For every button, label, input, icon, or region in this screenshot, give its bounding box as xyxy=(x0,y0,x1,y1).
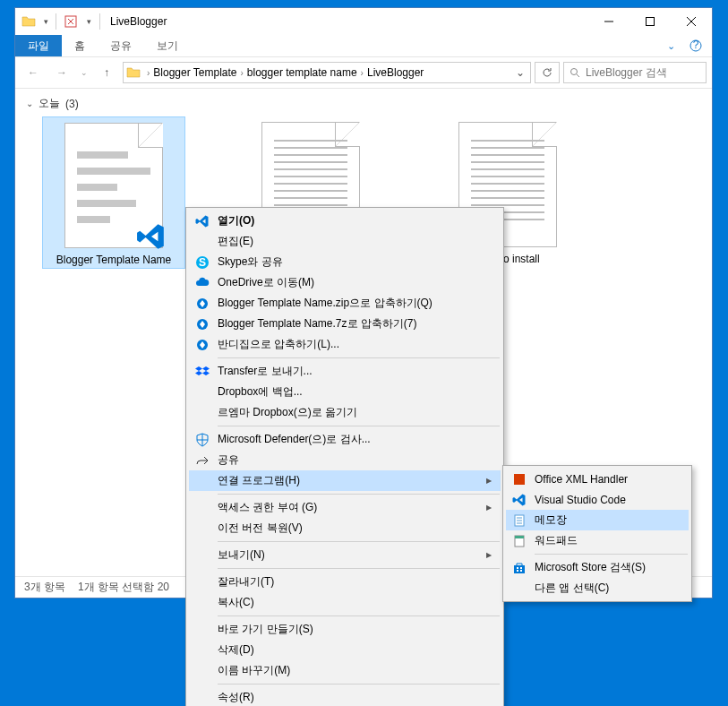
menu-item-label: Dropbox에 백업... xyxy=(218,384,303,400)
menu-item-label: Blogger Template Name.7z로 압축하기(7) xyxy=(218,316,417,331)
menu-item[interactable]: SSkype와 공유 xyxy=(189,252,501,272)
menu-item[interactable]: 액세스 권한 부여 (G)▶ xyxy=(189,497,501,518)
chevron-down-icon[interactable]: ⌄ xyxy=(26,99,33,108)
address-dropdown-icon[interactable]: ⌄ xyxy=(512,66,528,79)
menu-separator xyxy=(218,541,500,542)
forward-button[interactable]: → xyxy=(49,62,74,83)
menu-item-label: 속성(R) xyxy=(218,690,254,705)
menu-item[interactable]: Dropbox에 백업... xyxy=(189,382,501,402)
address-bar[interactable]: › Blogger Template › blogger template na… xyxy=(123,62,531,83)
menu-separator xyxy=(218,616,500,616)
svg-rect-10 xyxy=(514,474,525,485)
chevron-right-icon[interactable]: › xyxy=(145,68,151,78)
menu-item-label: 르엠마 Dropbox(으)로 옮기기 xyxy=(218,405,357,420)
menu-item-label: 연결 프로그램(H) xyxy=(218,473,300,488)
menu-item-label: 복사(C) xyxy=(218,595,254,610)
menu-item[interactable]: 다른 앱 선택(C) xyxy=(506,578,689,598)
chevron-right-icon[interactable]: › xyxy=(359,68,365,78)
properties-icon[interactable] xyxy=(61,12,81,31)
group-label: 오늘 xyxy=(39,96,60,111)
menu-item[interactable]: Visual Studio Code xyxy=(506,489,689,510)
up-button[interactable]: ↑ xyxy=(94,62,119,83)
tab-share[interactable]: 공유 xyxy=(98,35,144,56)
menu-item[interactable]: Microsoft Defender(으)로 검사... xyxy=(189,429,501,450)
chevron-right-icon: ▶ xyxy=(486,551,492,559)
qat-dropdown-icon[interactable]: ▾ xyxy=(82,12,95,31)
breadcrumb[interactable]: blogger template name xyxy=(245,66,359,79)
refresh-button[interactable] xyxy=(535,62,560,83)
window-title: LiveBlogger xyxy=(110,15,167,28)
breadcrumb[interactable]: LiveBlogger xyxy=(365,66,425,79)
back-button[interactable]: ← xyxy=(21,62,46,83)
minimize-button[interactable] xyxy=(588,8,630,35)
close-button[interactable] xyxy=(671,8,712,35)
search-icon xyxy=(570,67,580,78)
menu-separator xyxy=(218,426,500,426)
bandi-icon xyxy=(194,296,210,312)
file-icon xyxy=(64,123,163,248)
menu-item[interactable]: 르엠마 Dropbox(으)로 옮기기 xyxy=(189,402,501,423)
qat-dropdown-icon[interactable]: ▾ xyxy=(40,12,51,31)
skype-icon: S xyxy=(194,254,210,271)
chevron-right-icon[interactable]: › xyxy=(239,68,245,78)
menu-separator xyxy=(535,554,688,555)
tab-file[interactable]: 파일 xyxy=(15,35,62,56)
menu-item[interactable]: 잘라내기(T) xyxy=(189,572,501,592)
menu-item[interactable]: 열기(O) xyxy=(189,211,501,231)
vscode-icon xyxy=(511,492,527,508)
menu-item[interactable]: 속성(R) xyxy=(189,687,501,706)
menu-item[interactable]: 복사(C) xyxy=(189,592,501,613)
titlebar: ▾ ▾ LiveBlogger xyxy=(15,8,712,35)
menu-item[interactable]: 바로 가기 만들기(S) xyxy=(189,619,501,640)
menu-item[interactable]: 워드패드 xyxy=(506,530,689,551)
menu-item-label: Office XML Handler xyxy=(535,473,628,486)
search-placeholder: LiveBlogger 검색 xyxy=(586,65,667,81)
menu-item[interactable]: 이름 바꾸기(M) xyxy=(189,660,501,681)
menu-item[interactable]: Office XML Handler xyxy=(506,469,689,489)
menu-item[interactable]: Blogger Template Name.7z로 압축하기(7) xyxy=(189,314,501,334)
menu-item[interactable]: OneDrive로 이동(M) xyxy=(189,272,501,293)
menu-item[interactable]: 삭제(D) xyxy=(189,640,501,660)
ribbon-expand-icon[interactable]: ⌄ xyxy=(660,37,681,55)
menu-item-label: Microsoft Defender(으)로 검사... xyxy=(218,432,371,447)
status-count: 3개 항목 xyxy=(24,580,65,595)
tab-view[interactable]: 보기 xyxy=(144,35,191,56)
defender-icon xyxy=(194,432,210,448)
menu-item[interactable]: Blogger Template Name.zip으로 압축하기(Q) xyxy=(189,293,501,314)
menu-item-label: 이름 바꾸기(M) xyxy=(218,663,290,678)
menu-item[interactable]: 반디집으로 압축하기(L)... xyxy=(189,334,501,355)
menu-item-label: 보내기(N) xyxy=(218,547,265,563)
group-count: (3) xyxy=(65,98,79,110)
dropbox-icon xyxy=(194,364,210,380)
status-selection: 1개 항목 선택함 20 xyxy=(78,580,169,595)
svg-rect-13 xyxy=(515,536,524,538)
chevron-right-icon: ▶ xyxy=(486,504,492,512)
menu-item-label: 이전 버전 복원(V) xyxy=(218,521,303,536)
menu-item-label: 액세스 권한 부여 (G) xyxy=(218,500,317,515)
menu-item-label: Transfer로 보내기... xyxy=(218,364,313,379)
menu-separator xyxy=(218,494,500,495)
nav-bar: ← → ⌄ ↑ › Blogger Template › blogger tem… xyxy=(15,56,712,89)
menu-item[interactable]: 공유 xyxy=(189,450,501,470)
menu-item[interactable]: Microsoft Store 검색(S) xyxy=(506,557,689,578)
menu-item-label: 다른 앱 선택(C) xyxy=(535,581,609,596)
vscode-icon xyxy=(136,221,167,252)
menu-item-label: 반디집으로 압축하기(L)... xyxy=(218,337,339,352)
menu-item[interactable]: 메모장 xyxy=(506,510,689,530)
wordpad-icon xyxy=(511,533,527,549)
search-input[interactable]: LiveBlogger 검색 xyxy=(563,62,707,83)
menu-item[interactable]: Transfer로 보내기... xyxy=(189,361,501,382)
menu-item[interactable]: 편집(E) xyxy=(189,231,501,252)
menu-item[interactable]: 이전 버전 복원(V) xyxy=(189,518,501,538)
help-icon[interactable]: ? xyxy=(685,37,707,55)
recent-dropdown[interactable]: ⌄ xyxy=(78,62,90,83)
window-controls xyxy=(588,8,712,35)
file-item[interactable]: Blogger Template Name xyxy=(42,116,185,269)
menu-item[interactable]: 보내기(N)▶ xyxy=(189,545,501,565)
context-submenu: Office XML HandlerVisual Studio Code메모장워… xyxy=(502,465,692,602)
maximize-button[interactable] xyxy=(630,8,671,35)
group-header[interactable]: ⌄ 오늘 (3) xyxy=(26,96,701,111)
tab-home[interactable]: 홈 xyxy=(62,35,98,56)
breadcrumb[interactable]: Blogger Template xyxy=(151,66,238,79)
menu-item[interactable]: 연결 프로그램(H)▶ xyxy=(189,470,501,491)
